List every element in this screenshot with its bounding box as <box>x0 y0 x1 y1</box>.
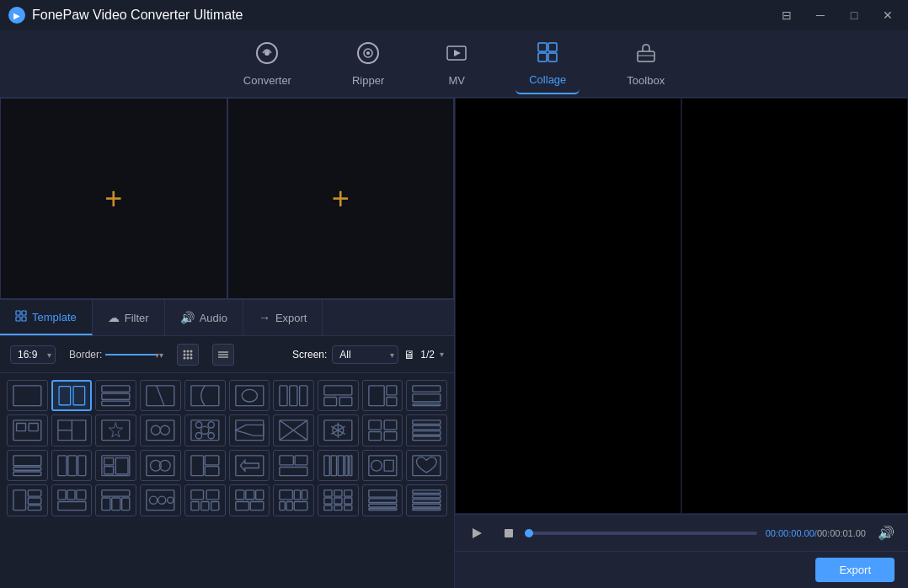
svg-rect-36 <box>191 386 219 406</box>
video-cell-1[interactable]: + <box>0 98 227 299</box>
close-button[interactable]: ✕ <box>876 3 900 27</box>
template-item-37[interactable] <box>273 484 314 516</box>
left-panel: + + Template ☁ Fil <box>0 98 455 588</box>
template-item-35[interactable] <box>184 484 226 516</box>
screen-select[interactable]: All Screen 1 Screen 2 <box>332 345 398 364</box>
svg-point-63 <box>195 422 201 428</box>
add-video-1-icon: + <box>104 184 122 214</box>
template-item-1[interactable] <box>7 380 48 411</box>
right-panel: 00:00:00.00/00:00:01.00 🔊 Export <box>455 98 908 588</box>
template-item-27[interactable] <box>273 450 314 481</box>
svg-rect-125 <box>147 490 174 510</box>
template-tab-icon <box>15 310 27 324</box>
template-item-16[interactable] <box>229 414 270 446</box>
template-item-3[interactable] <box>95 380 136 411</box>
template-item-12[interactable] <box>51 414 93 446</box>
ratio-select[interactable]: 16:9 4:3 1:1 9:16 <box>10 345 56 364</box>
template-item-14[interactable] <box>140 414 181 446</box>
tab-filter[interactable]: ☁ Filter <box>93 300 165 335</box>
template-item-9[interactable] <box>362 380 403 411</box>
svg-rect-40 <box>290 386 297 406</box>
nav-mv[interactable]: MV <box>431 35 482 94</box>
template-item-31[interactable] <box>7 484 48 516</box>
tab-template-label: Template <box>32 311 77 323</box>
svg-rect-102 <box>295 456 307 465</box>
collage-icon <box>536 40 559 70</box>
svg-rect-78 <box>368 432 381 441</box>
svg-point-110 <box>371 460 382 471</box>
video-cell-2[interactable]: + <box>227 98 455 299</box>
template-item-33[interactable] <box>95 484 136 516</box>
template-item-11[interactable] <box>7 414 48 446</box>
svg-rect-97 <box>191 456 204 476</box>
preview-cell-right <box>681 98 908 514</box>
ratio-select-wrapper[interactable]: 16:9 4:3 1:1 9:16 <box>10 345 56 364</box>
svg-rect-129 <box>191 490 204 500</box>
svg-rect-104 <box>324 456 329 476</box>
volume-button[interactable]: 🔊 <box>874 521 898 545</box>
template-grid <box>0 373 454 588</box>
template-item-38[interactable] <box>318 484 359 516</box>
template-item-24[interactable] <box>140 450 181 481</box>
nav-ripper[interactable]: Ripper <box>339 35 398 94</box>
minimize-button[interactable]: ─ <box>809 3 832 27</box>
progress-bar[interactable] <box>529 532 757 535</box>
tab-export[interactable]: → Export <box>243 300 323 335</box>
template-item-2[interactable] <box>51 380 93 411</box>
template-item-36[interactable] <box>229 484 270 516</box>
template-item-4[interactable] <box>140 380 181 411</box>
chat-button[interactable]: ⊟ <box>775 3 799 27</box>
template-item-34[interactable] <box>140 484 181 516</box>
template-item-15[interactable] <box>184 414 226 446</box>
svg-rect-31 <box>102 386 130 392</box>
template-item-5[interactable] <box>184 380 226 411</box>
template-item-32[interactable] <box>51 484 93 516</box>
grid-lines-button[interactable] <box>212 344 234 366</box>
screen-select-wrapper[interactable]: All Screen 1 Screen 2 <box>332 345 398 364</box>
template-item-28[interactable] <box>318 450 359 481</box>
template-item-17[interactable] <box>273 414 314 446</box>
svg-rect-145 <box>324 490 332 496</box>
nav-converter[interactable]: Converter <box>230 35 305 94</box>
svg-rect-154 <box>368 490 396 497</box>
template-item-26[interactable] <box>229 450 270 481</box>
svg-line-35 <box>157 386 164 406</box>
svg-rect-151 <box>324 505 332 510</box>
nav-toolbox[interactable]: Toolbox <box>613 35 678 94</box>
template-item-8[interactable] <box>318 380 359 411</box>
grid-dots-button[interactable] <box>177 344 199 366</box>
template-item-20[interactable] <box>406 414 447 446</box>
export-tab-icon: → <box>259 311 270 324</box>
maximize-button[interactable]: □ <box>842 3 866 27</box>
template-item-6[interactable] <box>229 380 270 411</box>
converter-icon <box>255 41 279 71</box>
play-button[interactable] <box>465 521 489 545</box>
template-item-7[interactable] <box>273 380 314 411</box>
border-dropdown[interactable]: ▾ <box>159 349 163 361</box>
template-item-23[interactable] <box>95 450 136 481</box>
template-item-21[interactable] <box>7 450 48 481</box>
template-item-19[interactable] <box>362 414 403 446</box>
preview-area <box>455 98 908 514</box>
svg-point-64 <box>208 422 214 428</box>
toolbox-icon <box>634 41 658 71</box>
template-item-25[interactable] <box>184 450 226 481</box>
tab-audio[interactable]: 🔊 Audio <box>165 300 243 335</box>
svg-rect-140 <box>294 490 300 500</box>
progress-dot <box>525 529 533 537</box>
template-item-40[interactable] <box>406 484 447 516</box>
template-item-10[interactable] <box>406 380 447 411</box>
template-item-30[interactable] <box>406 450 447 481</box>
tab-template[interactable]: Template <box>0 300 93 335</box>
template-item-29[interactable] <box>362 450 403 481</box>
page-dropdown[interactable]: ▾ <box>440 350 444 359</box>
nav-collage[interactable]: Collage <box>515 34 580 94</box>
template-item-22[interactable] <box>51 450 93 481</box>
svg-rect-83 <box>413 437 441 441</box>
template-item-18[interactable] <box>318 414 359 446</box>
stop-button[interactable] <box>497 521 521 545</box>
export-button[interactable]: Export <box>815 558 895 582</box>
time-total: 00:00:01.00 <box>817 528 866 538</box>
template-item-13[interactable] <box>95 414 136 446</box>
template-item-39[interactable] <box>362 484 403 516</box>
